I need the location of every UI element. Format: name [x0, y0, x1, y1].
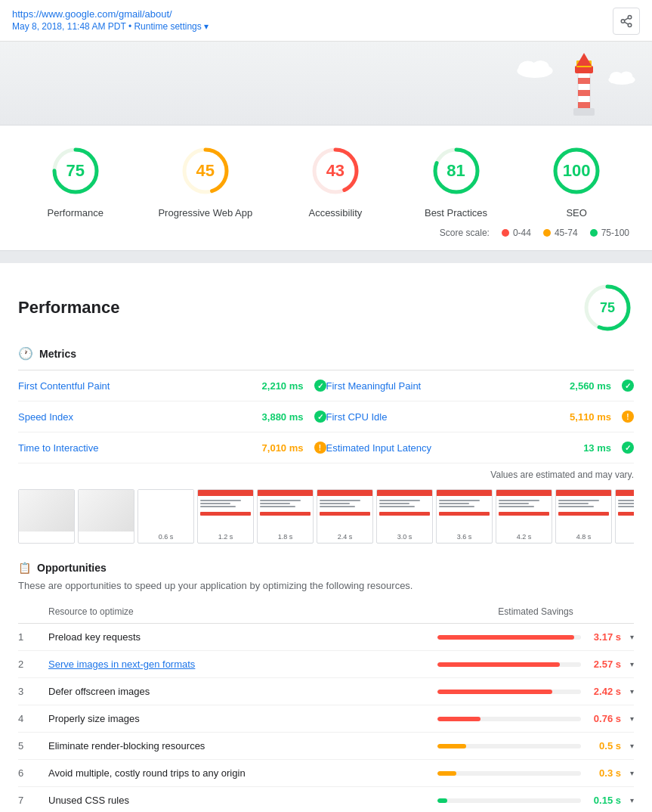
gauge-pwa: 45 [175, 141, 236, 201]
score-item-best-practices: 81 Best Practices [419, 141, 494, 218]
opp-bar [437, 744, 466, 748]
opp-bar-container [437, 662, 581, 667]
opp-savings-cell: 2.42 s ▾ [437, 686, 634, 697]
header: https://www.google.com/gmail/about/ May … [0, 0, 652, 42]
film-frame [18, 489, 75, 544]
opp-row: 4 Properly size images 0.76 s ▾ [18, 705, 634, 733]
svg-point-7 [532, 60, 548, 73]
opp-savings-cell: 0.3 s ▾ [437, 767, 634, 779]
film-frame-inner [437, 490, 492, 532]
film-frame-inner [258, 490, 313, 532]
score-label-performance: Performance [48, 207, 104, 218]
svg-line-3 [624, 22, 628, 24]
opp-bar-container [437, 744, 581, 748]
score-label-pwa: Progressive Web App [158, 207, 252, 218]
opp-savings-value: 2.42 s [587, 686, 621, 697]
opp-row: 2 Serve images in next-gen formats 2.57 … [18, 651, 634, 678]
legend-orange-dot [543, 229, 551, 237]
legend-red-label: 0-44 [513, 228, 531, 238]
performance-title: Performance [18, 298, 120, 318]
opp-bar [437, 662, 560, 667]
opp-row: 1 Preload key requests 3.17 s ▾ [18, 624, 634, 651]
opp-bar-container [437, 635, 581, 640]
film-frame-label [79, 532, 134, 535]
share-button[interactable] [613, 8, 640, 35]
opp-table-header: Resource to optimize Estimated Savings [18, 603, 634, 624]
film-frame-inner [198, 490, 253, 532]
score-item-performance: 75 Performance [38, 141, 113, 218]
metric-status-icon: ! [622, 411, 634, 423]
opp-savings-cell: 0.76 s ▾ [437, 713, 634, 724]
opp-desc: These are opportunities to speed up your… [18, 580, 634, 591]
opp-bar [437, 690, 552, 694]
opp-savings-cell: 2.57 s ▾ [437, 659, 634, 670]
opp-bar-container [437, 717, 581, 721]
film-frame: 2.4 s [317, 489, 373, 544]
legend-orange-label: 45-74 [555, 228, 578, 238]
opp-row: 3 Defer offscreen images 2.42 s ▾ [18, 678, 634, 705]
opp-chevron-icon[interactable]: ▾ [630, 687, 634, 696]
gauge-number-accessibility: 43 [326, 161, 345, 181]
gauge-best-practices: 81 [426, 141, 487, 201]
metric-status-icon: ✓ [314, 380, 326, 392]
opp-name: Eliminate render-blocking resources [48, 740, 437, 752]
cloud1-icon [516, 57, 554, 78]
opp-row: 5 Eliminate render-blocking resources 0.… [18, 733, 634, 760]
metric-first-cpu-idle: First CPU Idle 5,110 ms ! [326, 401, 635, 432]
film-frame: 3.0 s [376, 489, 433, 544]
film-frame-inner [79, 490, 134, 532]
metric-status-icon: ✓ [622, 442, 634, 454]
opp-chevron-icon[interactable]: ▾ [630, 660, 634, 668]
film-frame-label: 0.6 s [138, 532, 193, 542]
performance-section-title: Performance 75 [18, 281, 634, 334]
opp-bar-container [437, 798, 581, 803]
opportunities-section: 📋 Opportunities These are opportunities … [18, 562, 634, 812]
gauge-performance: 75 [45, 141, 106, 201]
gauge-number-seo: 100 [563, 161, 591, 181]
opp-savings-cell: 0.15 s ▾ [437, 795, 634, 806]
header-meta: May 8, 2018, 11:48 AM PDT • Runtime sett… [12, 21, 209, 32]
performance-gauge: 75 [581, 281, 634, 334]
opp-chevron-icon[interactable]: ▾ [630, 633, 634, 641]
film-frame: 4.8 s [555, 489, 612, 544]
opp-savings-value: 0.5 s [587, 740, 621, 752]
runtime-settings-link[interactable]: Runtime settings [134, 21, 201, 32]
page-url[interactable]: https://www.google.com/gmail/about/ [12, 8, 172, 20]
film-frame [78, 489, 134, 544]
film-frame-inner [377, 490, 432, 532]
film-frame-label: 4.2 s [496, 532, 552, 542]
film-frame: 5.4 s [615, 489, 634, 544]
opp-chevron-icon[interactable]: ▾ [630, 796, 634, 804]
film-frame-label: 3.6 s [437, 532, 492, 542]
metric-status-icon: ✓ [622, 380, 634, 392]
svg-rect-13 [578, 78, 590, 84]
opp-col1: Resource to optimize [48, 606, 437, 617]
film-frame: 0.6 s [138, 489, 194, 544]
metric-estimated-input-latency: Estimated Input Latency 13 ms ✓ [326, 432, 635, 463]
opp-num: 4 [18, 713, 48, 724]
opp-name: Defer offscreen images [48, 686, 437, 697]
svg-rect-18 [573, 108, 595, 116]
legend-green-dot [590, 229, 598, 237]
opp-name: Properly size images [48, 713, 437, 724]
opp-chevron-icon[interactable]: ▾ [630, 714, 634, 723]
opp-savings-value: 2.57 s [587, 659, 621, 670]
opp-chevron-icon[interactable]: ▾ [630, 742, 634, 750]
opp-num: 5 [18, 740, 48, 752]
opp-row: 7 Unused CSS rules 0.15 s ▾ [18, 787, 634, 812]
clock-icon: 🕐 [18, 346, 33, 361]
opp-chevron-icon[interactable]: ▾ [630, 769, 634, 777]
legend-red: 0-44 [502, 228, 531, 238]
metric-first-contentful-paint: First Contentful Paint 2,210 ms ✓ [18, 370, 326, 401]
header-left: https://www.google.com/gmail/about/ May … [12, 8, 209, 32]
svg-marker-19 [576, 53, 592, 66]
film-frame-label: 1.8 s [258, 532, 313, 542]
score-label-accessibility: Accessibility [308, 207, 362, 218]
opp-bar-container [437, 690, 581, 694]
score-label-best-practices: Best Practices [425, 207, 487, 218]
film-frame-inner [556, 490, 611, 532]
opp-bar [437, 798, 447, 803]
lighthouse-icon [561, 49, 607, 117]
svg-line-4 [624, 18, 628, 20]
svg-rect-15 [578, 102, 590, 108]
